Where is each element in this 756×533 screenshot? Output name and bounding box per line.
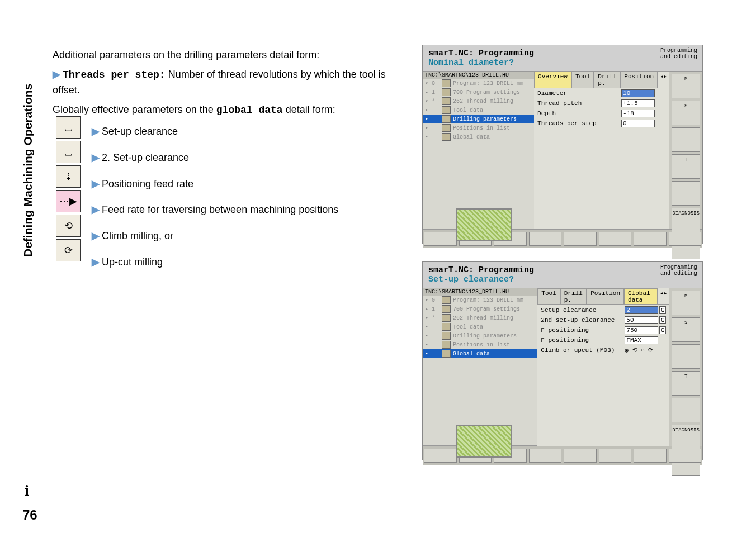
- tab[interactable]: Drill p.: [594, 72, 620, 88]
- field-row: Depth-18: [534, 108, 669, 118]
- softkey[interactable]: [669, 232, 702, 246]
- softkey[interactable]: [529, 449, 562, 463]
- field-label: Thread pitch: [537, 100, 621, 107]
- ss1-tabs: OverviewToolDrill p.Position◂▸: [534, 72, 669, 88]
- field-value[interactable]: -18: [621, 110, 655, 117]
- tree-item[interactable]: ▾ 0Program: 123_DRILL mm: [423, 296, 537, 304]
- tab[interactable]: Position: [620, 72, 658, 88]
- field-value[interactable]: FMAX: [625, 336, 658, 344]
- tree-item[interactable]: ▾ 0Program: 123_DRILL mm: [423, 79, 534, 88]
- softkey[interactable]: [564, 232, 597, 246]
- field-value[interactable]: 50: [625, 316, 658, 324]
- param-item: ▶Feed rate for traversing between machin…: [92, 197, 338, 223]
- arrow-icon: ▶: [92, 204, 100, 215]
- tree-item-icon: [442, 305, 451, 313]
- tree-item[interactable]: •Drilling parameters: [423, 331, 537, 340]
- tree-item[interactable]: •Drilling parameters: [423, 115, 534, 123]
- side-button[interactable]: T: [672, 371, 700, 396]
- icon-column: ⎵ ⎵ ⇣ ⋯▶ ⟲ ⟳: [56, 116, 83, 264]
- global-flag[interactable]: G: [659, 316, 666, 324]
- tree-item-icon: [442, 314, 451, 322]
- threads-per-step-label: Threads per step:: [63, 69, 166, 80]
- tree-item[interactable]: •Global data: [423, 349, 537, 358]
- field-row: F positioning750G: [537, 325, 669, 335]
- global-flag[interactable]: G: [659, 326, 666, 334]
- setup-clearance-icon: ⎵: [56, 116, 81, 139]
- threads-per-step-line: ▶Threads per step: Number of thread revo…: [53, 67, 410, 98]
- field-value[interactable]: +1.5: [621, 99, 655, 107]
- field-row: Threads per step0: [534, 118, 669, 129]
- ss1-mode: Programming and editing: [658, 45, 702, 71]
- tab[interactable]: Drill p.: [560, 288, 587, 304]
- softkey[interactable]: [634, 449, 667, 463]
- ss2-title: smarT.NC: Programming Set-up clearance?: [423, 262, 540, 288]
- side-button[interactable]: [672, 181, 700, 206]
- field-label: F positioning: [541, 337, 625, 344]
- ss2-sidebar: MSTDIAGNOSISINFO 1/3: [669, 288, 702, 446]
- tree-item[interactable]: •Tool data: [423, 106, 534, 115]
- ss2-mode: Programming and editing: [658, 262, 702, 288]
- param-list: ▶Set-up clearance▶2. Set-up clearance▶Po…: [92, 118, 338, 275]
- global-line: Globally effective parameters on the glo…: [53, 102, 410, 118]
- ss1-path: TNC:\SMARTNC\123_DRILL.HU: [423, 72, 534, 79]
- tree-item[interactable]: •Tool data: [423, 322, 537, 331]
- softkey[interactable]: [424, 449, 457, 463]
- side-button[interactable]: [672, 398, 700, 422]
- field-value[interactable]: 2: [625, 306, 658, 314]
- tab[interactable]: Global data: [624, 288, 658, 304]
- side-button[interactable]: T: [672, 154, 700, 179]
- arrow-icon: ▶: [92, 152, 100, 163]
- second-setup-clearance-icon: ⎵: [56, 141, 81, 163]
- tab-scroll-icon[interactable]: ◂▸: [658, 288, 669, 304]
- intro-line: Additional parameters on the drilling pa…: [53, 47, 410, 63]
- side-button[interactable]: S: [672, 317, 700, 342]
- softkey[interactable]: [564, 449, 597, 463]
- traverse-feed-icon: ⋯▶: [56, 190, 81, 212]
- side-button[interactable]: [672, 344, 700, 369]
- radio-group[interactable]: ◉ ⟲ ○ ⟳: [625, 346, 653, 354]
- arrow-icon: ▶: [92, 178, 100, 189]
- softkey[interactable]: [634, 232, 667, 246]
- param-item: ▶Climb milling, or: [92, 223, 338, 249]
- side-button[interactable]: DIAGNOSIS: [672, 208, 700, 232]
- field-label: F positioning: [541, 327, 625, 334]
- side-button[interactable]: M: [672, 291, 700, 315]
- arrow-icon: ▶: [92, 230, 100, 241]
- tab[interactable]: Position: [587, 288, 624, 304]
- param-item: ▶Up-cut milling: [92, 249, 338, 275]
- softkey[interactable]: [529, 232, 562, 246]
- field-row: Thread pitch+1.5: [534, 98, 669, 108]
- tree-item[interactable]: ▾ *262 Thread milling: [423, 97, 534, 106]
- tree-item[interactable]: •Positions in list: [423, 340, 537, 349]
- softkey[interactable]: [424, 232, 457, 246]
- tab[interactable]: Tool: [537, 288, 560, 304]
- field-value[interactable]: 0: [621, 120, 655, 127]
- global-line-pre: Globally effective parameters on the: [53, 104, 216, 115]
- side-button[interactable]: [672, 127, 700, 152]
- tree-item[interactable]: •Positions in list: [423, 123, 534, 132]
- softkey[interactable]: [599, 449, 632, 463]
- side-button[interactable]: S: [672, 101, 700, 125]
- ss1-titlebar: smarT.NC: Programming Nominal diameter? …: [423, 45, 702, 72]
- softkey[interactable]: [599, 232, 632, 246]
- ss1-title-line1: smarT.NC: Programming: [428, 49, 534, 58]
- side-button[interactable]: DIAGNOSIS: [672, 425, 700, 449]
- tree-item[interactable]: ▾ *262 Thread milling: [423, 313, 537, 322]
- sidebar-title: Defining Machining Operations: [21, 84, 35, 257]
- tree-item[interactable]: ▸ 1700 Program settings: [423, 88, 534, 97]
- tab[interactable]: Tool: [571, 72, 594, 88]
- tab-scroll-icon[interactable]: ◂▸: [658, 72, 669, 88]
- tree-item[interactable]: •Global data: [423, 132, 534, 141]
- field-value[interactable]: 10: [621, 89, 655, 97]
- climb-milling-icon: ⟲: [56, 215, 81, 237]
- global-flag[interactable]: G: [659, 306, 666, 314]
- ss1-tree: TNC:\SMARTNC\123_DRILL.HU ▾ 0Program: 12…: [423, 72, 534, 229]
- tree-item-icon: [442, 79, 451, 87]
- tree-item[interactable]: ▸ 1700 Program settings: [423, 304, 537, 313]
- field-value[interactable]: 750: [625, 326, 658, 334]
- softkey[interactable]: [669, 449, 702, 463]
- tab[interactable]: Overview: [534, 72, 571, 88]
- field-row: 2nd set-up clearance50G: [537, 315, 669, 325]
- side-button[interactable]: M: [672, 74, 700, 98]
- ss2-title-line1: smarT.NC: Programming: [428, 265, 534, 275]
